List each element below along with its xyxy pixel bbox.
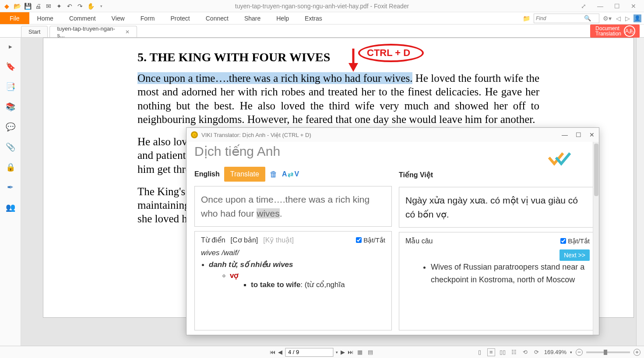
first-page-icon[interactable]: ⏮ — [270, 349, 275, 355]
doc-tab-active[interactable]: tuyen-tap-truyen-ngan-s... ✕ — [49, 26, 137, 37]
open-icon[interactable]: 📂 — [12, 1, 22, 11]
quick-access-toolbar: ◆ 📂 💾 🖨 ✉ ✦ ↶ ↷ ✋ ▾ — [0, 1, 106, 11]
tab-help[interactable]: Help — [268, 12, 297, 24]
clear-icon[interactable]: 🗑 — [270, 170, 278, 179]
prev-page-icon[interactable]: ◀ — [278, 349, 282, 355]
user-icon[interactable]: 👤 — [633, 14, 641, 22]
page-dropdown-icon[interactable]: ▾ — [336, 350, 338, 354]
undo-icon[interactable]: ↶ — [65, 1, 74, 11]
rotate-right-icon[interactable]: ⟳ — [533, 348, 541, 356]
find-input[interactable] — [536, 15, 584, 21]
tab-connect[interactable]: Connect — [198, 12, 236, 24]
email-icon[interactable]: ✉ — [44, 1, 53, 11]
popup-minimize-icon[interactable]: — — [562, 131, 568, 138]
app-icon[interactable]: ◆ — [2, 1, 11, 11]
save-icon[interactable]: 💾 — [23, 1, 32, 11]
dict-toggle[interactable]: Bật/Tắt — [356, 236, 385, 244]
translate-button[interactable]: Translate — [224, 167, 265, 182]
pages-panel-icon[interactable]: 📑 — [5, 81, 16, 92]
close-icon[interactable]: ✕ — [627, 2, 640, 11]
popup-close-icon[interactable]: ✕ — [589, 131, 595, 138]
tab-comment[interactable]: Comment — [61, 12, 104, 24]
search-icon[interactable]: 🔍 — [584, 15, 591, 21]
dict-tab-basic[interactable]: [Cơ bản] — [231, 236, 258, 244]
view-continuous-facing-icon[interactable]: ☷ — [510, 348, 518, 356]
file-tab[interactable]: File — [0, 12, 29, 24]
attachments-icon[interactable]: 📎 — [5, 142, 16, 152]
view-facing-icon[interactable]: ▯▯ — [499, 348, 507, 356]
print-icon[interactable]: 🖨 — [33, 1, 43, 11]
zoom-out-icon[interactable]: − — [576, 349, 583, 356]
popup-title-bar[interactable]: ★ VIKI Translator: Dịch Anh - Việt (CTRL… — [187, 128, 599, 142]
tab-home[interactable]: Home — [29, 12, 61, 24]
last-page-icon[interactable]: ⏭ — [348, 349, 353, 355]
tab-share[interactable]: Share — [236, 12, 268, 24]
qat-dropdown-icon[interactable]: ▾ — [96, 1, 106, 11]
close-tab-icon[interactable]: ✕ — [125, 29, 130, 35]
tab-form[interactable]: Form — [133, 12, 163, 24]
popup-title: VIKI Translator: Dịch Anh - Việt (CTRL +… — [201, 132, 311, 138]
selected-word[interactable]: wives — [257, 208, 280, 218]
doc-translation-button[interactable]: Document Translation Aあ — [590, 25, 640, 38]
example-label: Mẫu câu — [405, 237, 433, 245]
new-doc-icon[interactable]: ✦ — [54, 1, 64, 11]
example-card: Mẫu câu Bật/Tắt Next >> Wives of Russian… — [399, 232, 596, 330]
dict-meaning: vợ — [230, 271, 385, 280]
target-lang-label: Tiếng Việt — [399, 171, 433, 179]
story-title: 5. THE KING WITH FOUR WIVES — [137, 50, 539, 64]
popup-heading: Dịch tiếng Anh — [187, 144, 599, 159]
view-single-icon[interactable]: ▯ — [476, 348, 484, 356]
next-page-icon[interactable]: ▶ — [341, 349, 345, 355]
highlighted-text[interactable]: Once upon a time….there was a rich king … — [137, 72, 412, 84]
swap-arrows-icon: ⇄ — [288, 170, 293, 179]
comments-icon[interactable]: 💬 — [5, 122, 16, 132]
status-tool-2-icon[interactable]: ▤ — [366, 348, 374, 356]
hand-tool-icon[interactable]: ✋ — [86, 1, 95, 11]
page-input[interactable] — [285, 348, 333, 357]
document-tabs: Start tuyen-tap-truyen-ngan-s... ✕ Docum… — [0, 25, 644, 38]
bookmarks-icon[interactable]: 🔖 — [5, 61, 16, 72]
rotate-left-icon[interactable]: ⟲ — [521, 348, 529, 356]
target-textbox[interactable]: Ngày xửa ngày xưa. có một vị vua giàu có… — [399, 187, 596, 228]
zoom-dropdown-icon[interactable]: ▾ — [570, 350, 572, 354]
popup-scrollbar[interactable] — [593, 142, 599, 335]
security-icon[interactable]: 🔒 — [5, 162, 16, 172]
tab-extras[interactable]: Extras — [297, 12, 330, 24]
globe-icon: Aあ — [624, 25, 635, 37]
find-box[interactable]: 🔍 — [534, 14, 599, 23]
maximize-icon[interactable]: ☐ — [611, 2, 623, 11]
nav-prev-icon[interactable]: ◁ — [615, 15, 622, 22]
example-toggle[interactable]: Bật/Tắt — [560, 237, 590, 245]
view-continuous-icon[interactable]: ≡ — [487, 348, 495, 356]
zoom-slider-knob[interactable] — [604, 350, 607, 355]
nav-next-icon[interactable]: ▷ — [624, 15, 631, 22]
minimize-icon[interactable]: — — [594, 2, 606, 11]
swap-languages-button[interactable]: A ⇄ V — [282, 170, 299, 179]
source-textbox[interactable]: Once upon a time….there was a rich king … — [194, 186, 392, 227]
settings-gear-icon[interactable]: ⚙▾ — [602, 15, 612, 22]
zoom-slider[interactable] — [586, 351, 630, 353]
popup-scroll-thumb[interactable] — [594, 144, 598, 196]
example-toggle-checkbox[interactable] — [560, 238, 566, 244]
signatures-icon[interactable]: ✒ — [5, 182, 16, 193]
doc-tab-start[interactable]: Start — [21, 26, 48, 37]
status-tool-1-icon[interactable]: ▦ — [356, 348, 364, 356]
sidebar-expand-icon[interactable]: ▶ — [5, 41, 16, 52]
redo-icon[interactable]: ↷ — [75, 1, 85, 11]
popup-maximize-icon[interactable]: ☐ — [576, 131, 581, 138]
dict-word: wives /waif/ — [201, 249, 385, 257]
search-folder-icon[interactable]: 📁 — [522, 15, 531, 22]
next-button[interactable]: Next >> — [560, 249, 590, 261]
right-scrollbar[interactable] — [636, 38, 644, 346]
page-navigator: ⏮ ◀ ▾ ▶ ⏭ ▦ ▤ — [270, 348, 374, 357]
dict-tab-tech[interactable]: [Kỹ thuật] — [263, 236, 294, 244]
layers-icon[interactable]: 📚 — [5, 102, 16, 112]
ribbon-collapse-icon[interactable]: ⤢ — [577, 2, 590, 11]
connect-icon[interactable]: 👥 — [5, 202, 16, 213]
menu-bar: File Home Comment View Form Protect Conn… — [0, 12, 644, 25]
dict-pos: danh từ, số nhiều wives — [209, 260, 385, 269]
zoom-in-icon[interactable]: + — [633, 349, 640, 356]
tab-view[interactable]: View — [104, 12, 133, 24]
tab-protect[interactable]: Protect — [162, 12, 197, 24]
dict-toggle-checkbox[interactable] — [356, 237, 362, 243]
